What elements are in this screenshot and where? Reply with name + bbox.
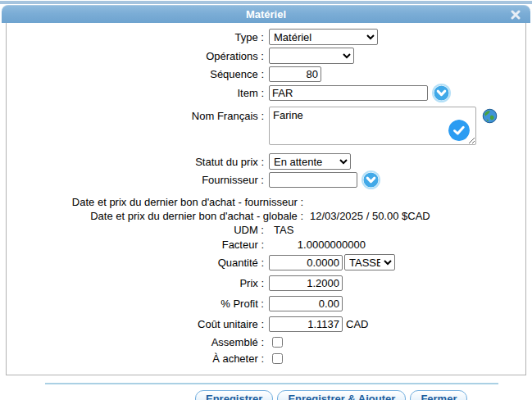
- form-row-date-prix-fournisseur: Date et prix du dernier bon d'achat - fo…: [7, 196, 525, 208]
- date-prix-globale-value: 12/03/2025 / 50.00 $CAD: [310, 210, 430, 222]
- profit-input[interactable]: [269, 296, 343, 311]
- form-row-a-acheter: À acheter :: [7, 352, 525, 365]
- form-row-operations: Opérations :: [7, 48, 525, 64]
- footer-buttons: Enregistrer Enregistrer & Ajouter Fermer: [195, 390, 530, 400]
- save-button[interactable]: Enregistrer: [195, 390, 273, 400]
- form-row-sequence: Séquence :: [7, 66, 525, 82]
- facteur-value: 1.0000000000: [269, 239, 366, 251]
- form-row-nom-francais: Nom Français : Farine: [7, 107, 525, 148]
- form-row-profit: % Profit :: [7, 296, 525, 311]
- form-row-item: Item :: [7, 85, 525, 101]
- form-row-cout-unitaire: Coût unitaire : CAD: [7, 316, 525, 332]
- form-row-fournisseur: Fournisseur :: [7, 172, 525, 188]
- profit-label: % Profit :: [7, 298, 264, 310]
- form-row-type: Type : Matériel: [7, 29, 525, 45]
- form-row-statut-du-prix: Statut du prix : En attente: [7, 153, 525, 170]
- a-acheter-checkbox[interactable]: [272, 353, 283, 364]
- statut-du-prix-select[interactable]: En attente: [269, 153, 351, 170]
- form-row-quantite: Quantité : TASSE: [7, 254, 525, 270]
- dialog-title: Matériel: [246, 8, 286, 20]
- cout-unitaire-currency: CAD: [346, 318, 368, 330]
- fournisseur-label: Fournisseur :: [7, 174, 264, 186]
- sequence-label: Séquence :: [7, 68, 264, 80]
- save-and-add-button[interactable]: Enregistrer & Ajouter: [277, 390, 406, 400]
- form-row-udm: UDM : TAS: [7, 224, 525, 236]
- form-row-prix: Prix :: [7, 275, 525, 291]
- form-row-facteur: Facteur : 1.0000000000: [7, 239, 525, 251]
- page-top-strip: [0, 1, 532, 4]
- form-row-date-prix-globale: Date et prix du dernier bon d'achat - gl…: [7, 210, 525, 222]
- globe-icon[interactable]: [482, 108, 498, 124]
- close-icon[interactable]: [510, 9, 521, 20]
- item-lookup-icon[interactable]: [434, 85, 449, 101]
- quantite-label: Quantité :: [7, 257, 264, 269]
- item-label: Item :: [7, 87, 264, 99]
- date-prix-fournisseur-label: Date et prix du dernier bon d'achat - fo…: [7, 196, 303, 208]
- close-button[interactable]: Fermer: [410, 390, 467, 400]
- type-select[interactable]: Matériel: [269, 29, 378, 45]
- prix-label: Prix :: [7, 277, 264, 289]
- cout-unitaire-label: Coût unitaire :: [7, 318, 264, 330]
- type-label: Type :: [7, 31, 264, 43]
- assemble-label: Assemblé :: [7, 336, 264, 348]
- udm-label: UDM :: [7, 224, 264, 236]
- fournisseur-lookup-icon[interactable]: [363, 172, 379, 188]
- udm-value: TAS: [274, 224, 293, 236]
- nom-francais-label: Nom Français :: [7, 107, 264, 122]
- check-circle-icon[interactable]: [448, 120, 470, 141]
- dialog-titlebar[interactable]: Matériel: [2, 5, 530, 23]
- fournisseur-input[interactable]: [269, 172, 357, 188]
- date-prix-globale-label: Date et prix du dernier bon d'achat - gl…: [7, 210, 303, 222]
- materiel-dialog: Matériel Type : Matériel Opérations :: [2, 5, 530, 400]
- operations-label: Opérations :: [7, 50, 264, 62]
- a-acheter-label: À acheter :: [7, 352, 264, 365]
- prix-input[interactable]: [269, 275, 343, 291]
- form-row-assemble: Assemblé :: [7, 336, 525, 348]
- sequence-input[interactable]: [269, 66, 321, 82]
- facteur-label: Facteur :: [7, 239, 264, 251]
- quantite-input[interactable]: [269, 255, 343, 270]
- form-panel: Type : Matériel Opérations : Séquence : …: [6, 23, 526, 375]
- nom-francais-textarea[interactable]: Farine: [269, 107, 476, 145]
- cout-unitaire-input[interactable]: [269, 316, 343, 332]
- assemble-checkbox[interactable]: [272, 337, 283, 348]
- quantite-unit-select[interactable]: TASSE: [344, 254, 395, 270]
- item-input[interactable]: [269, 85, 428, 101]
- footer-divider: [45, 383, 498, 384]
- statut-du-prix-label: Statut du prix :: [7, 156, 264, 168]
- operations-select[interactable]: [269, 48, 354, 64]
